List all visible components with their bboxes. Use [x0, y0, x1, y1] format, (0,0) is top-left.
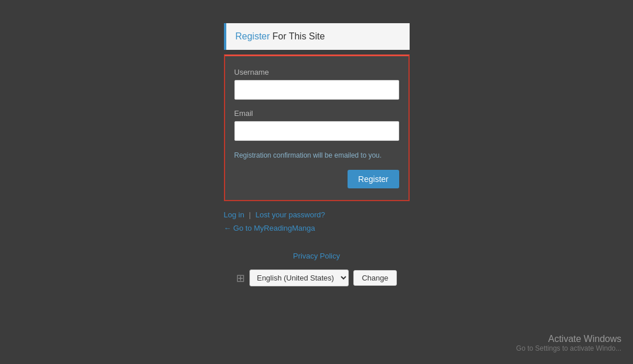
title-rest: For This Site: [270, 31, 325, 41]
language-select[interactable]: English (United States) 日本語 Español Fran…: [249, 270, 349, 286]
registration-form-box: Username Email Registration confirmation…: [224, 54, 410, 201]
activate-windows-watermark: Activate Windows Go to Settings to activ…: [516, 334, 621, 352]
separator: |: [249, 210, 251, 219]
activate-windows-subtitle: Go to Settings to activate Windo...: [516, 344, 621, 352]
change-language-button[interactable]: Change: [353, 270, 397, 286]
confirmation-text: Registration confirmation will be emaile…: [234, 150, 399, 161]
form-actions: Register: [234, 170, 399, 188]
privacy-policy-link[interactable]: Privacy Policy: [293, 252, 340, 260]
email-input[interactable]: [234, 121, 399, 141]
page-title: Register For This Site: [236, 31, 400, 42]
register-word: Register: [236, 31, 270, 41]
activate-windows-title: Activate Windows: [516, 334, 621, 344]
language-section: ⊞ English (United States) 日本語 Español Fr…: [224, 270, 410, 286]
login-link[interactable]: Log in: [224, 210, 244, 219]
email-label: Email: [234, 109, 399, 118]
privacy-section: Privacy Policy: [224, 251, 410, 260]
username-group: Username: [234, 68, 399, 100]
links-section: Log in | Lost your password? ← Go to MyR…: [224, 210, 410, 232]
go-back-link[interactable]: ← Go to MyReadingManga: [224, 224, 410, 232]
email-group: Email: [234, 109, 399, 141]
register-button[interactable]: Register: [348, 170, 399, 188]
page-wrapper: Register For This Site Username Email Re…: [224, 23, 410, 286]
username-label: Username: [234, 68, 399, 77]
auth-links-row: Log in | Lost your password?: [224, 210, 410, 219]
title-box: Register For This Site: [224, 23, 410, 50]
lost-password-link[interactable]: Lost your password?: [255, 210, 325, 219]
language-icon: ⊞: [236, 272, 245, 285]
username-input[interactable]: [234, 80, 399, 100]
